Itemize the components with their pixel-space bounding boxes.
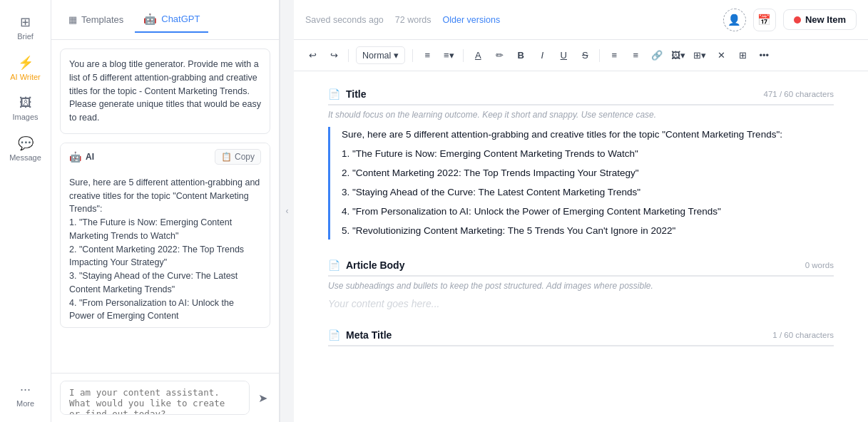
toolbar-separator-1 [348, 49, 349, 62]
copy-button[interactable]: 📋 Copy [215, 149, 261, 165]
editor-topbar: Saved seconds ago 72 words Older version… [294, 0, 868, 40]
chatgpt-icon: 🤖 [143, 13, 157, 26]
sidebar: ⊞ Brief ⚡ AI Writer 🖼 Images 💬 Message ·… [0, 0, 51, 422]
undo-button[interactable]: ↩ [302, 46, 322, 66]
paragraph-style-select[interactable]: Normal ▾ [356, 46, 405, 64]
meta-title-section: 📄 Meta Title 1 / 60 characters [328, 329, 834, 346]
chat-panel: ▦ Templates 🤖 ChatGPT You are a blog tit… [51, 0, 280, 422]
topbar-left: Saved seconds ago 72 words Older version… [305, 15, 500, 25]
sidebar-item-more[interactable]: ··· More [3, 376, 48, 413]
tab-chatgpt[interactable]: 🤖 ChatGPT [135, 7, 208, 33]
calendar-icon: 📅 [757, 14, 771, 26]
tab-templates[interactable]: ▦ Templates [60, 9, 132, 31]
panel-content: You are a blog title generator. Provide … [51, 40, 279, 373]
robot-icon: 🤖 [69, 151, 81, 163]
clear-format-button[interactable]: ✕ [711, 46, 731, 66]
meta-title-section-header: 📄 Meta Title 1 / 60 characters [328, 329, 834, 346]
templates-icon: ▦ [68, 14, 77, 25]
chat-input[interactable] [60, 381, 250, 415]
older-versions-link[interactable]: Older versions [443, 15, 501, 25]
collapse-panel-button[interactable]: ‹ [280, 0, 294, 422]
word-count: 72 words [395, 15, 432, 25]
formatting-toolbar: ↩ ↪ Normal ▾ ≡ ≡▾ A ✏ B I U S ≡ ≡ 🔗 🖼▾ ⊞… [294, 40, 868, 71]
main-editor: Saved seconds ago 72 words Older version… [294, 0, 868, 422]
topbar-right: 👤 📅 New Item [723, 9, 857, 31]
panel-input-area: ➤ [51, 373, 279, 422]
ai-label: 🤖 AI [69, 151, 94, 163]
title-section-icon: 📄 [328, 88, 340, 100]
toolbar-separator-3 [463, 49, 464, 62]
editor-content: 📄 Title 471 / 60 characters It should fo… [294, 71, 868, 422]
copy-icon: 📋 [221, 152, 232, 162]
ai-response-header: 🤖 AI 📋 Copy [61, 143, 270, 170]
grid-icon: ⊞ [20, 14, 31, 30]
image-icon: 🖼 [19, 96, 32, 110]
article-body-section-header: 📄 Article Body 0 words [328, 259, 834, 277]
image-insert-button[interactable]: 🖼▾ [668, 46, 688, 66]
ai-response-body: Sure, here are 5 different attention-gra… [61, 170, 270, 327]
chevron-down-icon: ▾ [394, 50, 399, 61]
user-prompt: You are a blog title generator. Provide … [60, 48, 270, 134]
saved-status: Saved seconds ago [305, 15, 384, 25]
article-body-title-row: 📄 Article Body [328, 259, 404, 271]
redo-button[interactable]: ↪ [324, 46, 344, 66]
meta-title-title-row: 📄 Meta Title [328, 329, 392, 341]
strikethrough-button[interactable]: S [575, 46, 595, 66]
ai-response-box: 🤖 AI 📋 Copy Sure, here are 5 different a… [60, 143, 270, 328]
article-body-placeholder[interactable]: Your content goes here... [328, 298, 834, 309]
toolbar-separator-2 [412, 49, 413, 62]
bullet-list-button[interactable]: ≡ [604, 46, 624, 66]
embed-button[interactable]: ⊞ [732, 46, 752, 66]
collaborators-button[interactable]: 👤 [723, 9, 746, 31]
title-section: 📄 Title 471 / 60 characters It should fo… [328, 88, 834, 240]
send-button[interactable]: ➤ [255, 388, 270, 408]
toolbar-separator-4 [599, 49, 600, 62]
title-content[interactable]: Sure, here are 5 different attention-gra… [328, 127, 834, 240]
bold-button[interactable]: B [511, 46, 531, 66]
people-icon: 👤 [727, 14, 741, 26]
article-body-section: 📄 Article Body 0 words Use subheadings a… [328, 259, 834, 309]
title-section-title-row: 📄 Title [328, 88, 367, 100]
article-body-icon: 📄 [328, 259, 340, 271]
font-color-button[interactable]: A [468, 46, 488, 66]
meta-title-icon: 📄 [328, 329, 340, 341]
align-button[interactable]: ≡ [417, 46, 437, 66]
link-button[interactable]: 🔗 [647, 46, 667, 66]
more-options-button[interactable]: ••• [754, 46, 774, 66]
table-button[interactable]: ⊞▾ [690, 46, 710, 66]
sidebar-item-ai-writer[interactable]: ⚡ AI Writer [3, 49, 48, 87]
title-section-header: 📄 Title 471 / 60 characters [328, 88, 834, 106]
more-icon: ··· [20, 382, 31, 397]
numbered-list-button[interactable]: ≡ [626, 46, 645, 66]
lightning-icon: ⚡ [18, 55, 34, 71]
new-item-button[interactable]: New Item [783, 9, 857, 30]
chevron-left-icon: ‹ [286, 206, 289, 216]
message-icon: 💬 [18, 135, 34, 151]
sidebar-item-brief[interactable]: ⊞ Brief [3, 9, 48, 46]
sidebar-item-images[interactable]: 🖼 Images [3, 90, 48, 127]
italic-button[interactable]: I [532, 46, 552, 66]
underline-button[interactable]: U [553, 46, 573, 66]
status-dot [794, 16, 801, 24]
sidebar-item-message[interactable]: 💬 Message [3, 130, 48, 168]
panel-tabs: ▦ Templates 🤖 ChatGPT [51, 0, 279, 40]
align-dropdown-button[interactable]: ≡▾ [439, 46, 459, 66]
highlight-button[interactable]: ✏ [489, 46, 509, 66]
schedule-button[interactable]: 📅 [753, 9, 776, 31]
